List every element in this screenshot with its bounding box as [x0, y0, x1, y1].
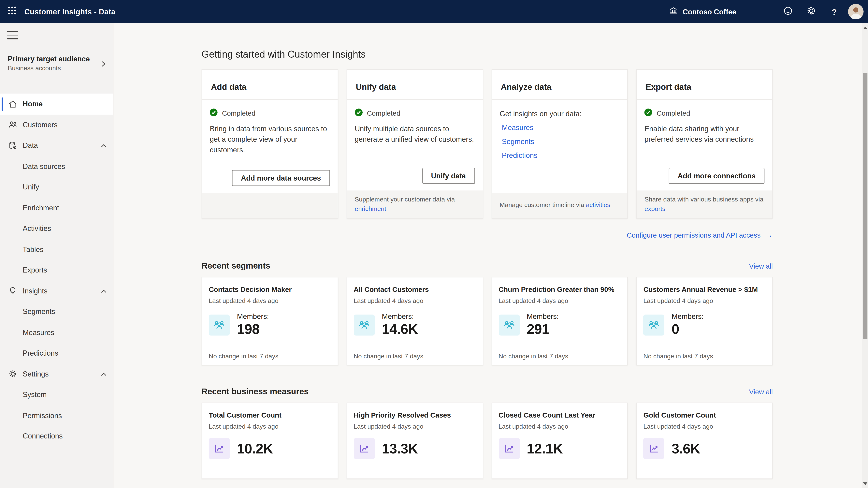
hamburger-menu-button[interactable]	[7, 31, 18, 39]
card-footer: Share data with various business apps vi…	[637, 190, 772, 218]
environment-name: Contoso Coffee	[683, 7, 737, 16]
sidebar-item-exports[interactable]: Exports	[0, 260, 113, 280]
card-title: Export data	[637, 70, 772, 100]
members-count: 198	[237, 321, 269, 337]
measure-cards: Total Customer Count Last updated 4 days…	[202, 402, 773, 479]
card-title: Analyze data	[492, 70, 627, 100]
scrollbar-track[interactable]	[862, 23, 868, 488]
segments-view-all-link[interactable]: View all	[749, 263, 773, 270]
sidebar-item-connections[interactable]: Connections	[0, 426, 113, 447]
measure-card-closed-case-count[interactable]: Closed Case Count Last Year Last updated…	[491, 402, 628, 479]
app-launcher-button[interactable]	[0, 0, 24, 23]
measure-value: 3.6K	[672, 441, 700, 457]
measure-card-total-customer-count[interactable]: Total Customer Count Last updated 4 days…	[202, 402, 338, 479]
triangle-up-icon	[863, 27, 867, 29]
sidebar-item-enrichment[interactable]: Enrichment	[0, 197, 113, 218]
section-title: Recent segments	[202, 261, 270, 270]
configure-permissions-row: Configure user permissions and API acces…	[202, 230, 773, 240]
add-more-connections-button[interactable]: Add more connections	[669, 167, 765, 184]
waffle-icon	[8, 6, 17, 17]
measure-value: 12.1K	[527, 441, 563, 457]
building-icon	[669, 6, 678, 18]
line-chart-icon	[353, 438, 375, 459]
scroll-up-button[interactable]	[862, 24, 868, 31]
triangle-down-icon	[863, 482, 867, 485]
line-chart-icon	[209, 438, 230, 459]
people-group-icon	[643, 314, 664, 335]
getting-started-cards: Add data Completed Bring in data from va…	[202, 69, 773, 219]
gear-icon	[806, 6, 816, 18]
sidebar-item-data[interactable]: Data	[0, 135, 113, 156]
measure-card-high-priority-resolved-cases[interactable]: High Priority Resolved Cases Last update…	[346, 402, 483, 479]
sidebar-item-customers[interactable]: Customers	[0, 114, 113, 135]
card-add-data: Add data Completed Bring in data from va…	[202, 69, 338, 219]
card-description: Enable data sharing with your preferred …	[645, 124, 765, 145]
people-group-icon	[498, 314, 520, 335]
page-title: Getting started with Customer Insights	[202, 49, 773, 60]
enrichment-link[interactable]: enrichment	[355, 204, 475, 214]
card-footer: Supplement your customer data via enrich…	[347, 190, 483, 218]
unify-data-button[interactable]: Unify data	[422, 167, 475, 184]
sidebar-nav: Home Customers	[0, 94, 113, 447]
measures-link[interactable]: Measures	[502, 124, 620, 132]
sidebar-item-settings[interactable]: Settings	[0, 364, 113, 384]
scrollbar-thumb[interactable]	[863, 73, 867, 339]
sidebar-item-system[interactable]: System	[0, 384, 113, 405]
card-export-data: Export data Completed Enable data sharin…	[636, 69, 773, 219]
measure-card-gold-customer-count[interactable]: Gold Customer Count Last updated 4 days …	[636, 402, 773, 479]
help-button[interactable]: ?	[823, 0, 846, 23]
audience-switcher[interactable]: Primary target audience Business account…	[8, 55, 105, 71]
environment-picker[interactable]: Contoso Coffee	[663, 0, 742, 23]
add-more-data-sources-button[interactable]: Add more data sources	[232, 170, 330, 186]
lightbulb-icon	[8, 286, 17, 296]
recent-segments-header: Recent segments View all	[202, 261, 773, 270]
chevron-up-icon[interactable]	[101, 142, 107, 151]
members-count: 291	[527, 321, 559, 337]
feedback-button[interactable]	[776, 0, 799, 23]
footer-text: Manage customer timeline via activities	[500, 201, 620, 210]
people-group-icon	[353, 314, 375, 335]
footer-text: Supplement your customer data via	[355, 194, 475, 204]
avatar[interactable]	[848, 4, 864, 20]
sidebar-item-unify[interactable]: Unify	[0, 177, 113, 197]
sidebar-item-home[interactable]: Home	[0, 94, 113, 114]
sidebar-item-predictions[interactable]: Predictions	[0, 343, 113, 364]
sidebar-item-data-sources[interactable]: Data sources	[0, 156, 113, 177]
sidebar-item-segments[interactable]: Segments	[0, 301, 113, 322]
settings-button[interactable]	[799, 0, 823, 23]
members-count: 0	[672, 321, 704, 337]
card-unify-data: Unify data Completed Unify multiple data…	[346, 69, 483, 219]
sidebar: Primary target audience Business account…	[0, 23, 114, 488]
chevron-up-icon[interactable]	[101, 288, 107, 296]
check-circle-icon	[645, 109, 652, 119]
section-title: Recent business measures	[202, 387, 309, 396]
line-chart-icon	[643, 438, 664, 459]
predictions-link[interactable]: Predictions	[502, 151, 620, 159]
sidebar-item-tables[interactable]: Tables	[0, 239, 113, 260]
main-content: Getting started with Customer Insights A…	[114, 23, 862, 488]
check-circle-icon	[210, 109, 218, 119]
gear-icon	[8, 369, 17, 379]
sidebar-item-permissions[interactable]: Permissions	[0, 405, 113, 426]
exports-link[interactable]: exports	[645, 204, 765, 214]
activities-link[interactable]: activities	[586, 202, 610, 208]
sidebar-item-insights[interactable]: Insights	[0, 280, 113, 301]
segment-card-all-contact-customers[interactable]: All Contact Customers Last updated 4 day…	[346, 277, 483, 365]
segment-card-churn-prediction[interactable]: Churn Prediction Greater than 90% Last u…	[491, 277, 628, 365]
sidebar-item-activities[interactable]: Activities	[0, 218, 113, 239]
status-text: Completed	[222, 110, 255, 117]
card-intro: Get insights on your data:	[500, 110, 620, 118]
chevron-up-icon[interactable]	[101, 371, 107, 379]
measures-view-all-link[interactable]: View all	[749, 388, 773, 396]
scroll-down-button[interactable]	[862, 480, 868, 487]
configure-permissions-link[interactable]: Configure user permissions and API acces…	[627, 232, 773, 239]
footer-text: Share data with various business apps vi…	[645, 194, 765, 204]
card-footer: Manage customer timeline via activities	[492, 193, 627, 218]
app-title: Customer Insights - Data	[24, 7, 115, 16]
audience-title: Primary target audience	[8, 55, 105, 63]
sidebar-item-measures[interactable]: Measures	[0, 322, 113, 343]
segment-card-annual-revenue[interactable]: Customers Annual Revenue > $1M Last upda…	[636, 277, 773, 365]
segments-link[interactable]: Segments	[502, 138, 620, 146]
people-group-icon	[209, 314, 230, 335]
segment-card-contacts-decision-maker[interactable]: Contacts Decision Maker Last updated 4 d…	[202, 277, 338, 365]
